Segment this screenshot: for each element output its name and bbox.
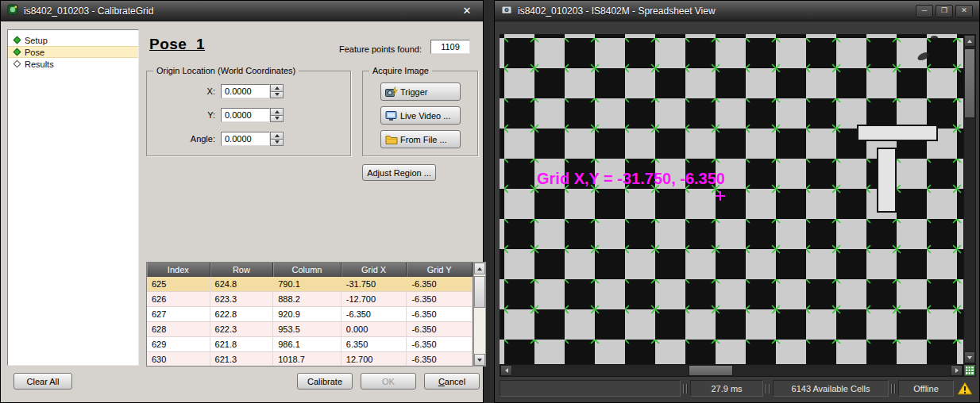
horizontal-scrollbar[interactable] (500, 364, 963, 377)
tree-item-label: Results (25, 59, 54, 69)
table-cell: -6.350 (407, 277, 473, 291)
column-header: Grid X (341, 263, 407, 277)
right-arrow-icon (955, 368, 959, 373)
diamond-icon (14, 48, 21, 56)
right-titlebar[interactable]: is8402_010203 - IS8402M - Spreadsheet Vi… (495, 1, 979, 21)
scroll-thumb[interactable] (474, 276, 485, 308)
maximize-button[interactable]: ❐ (936, 5, 953, 17)
clear-all-button[interactable]: Clear All (14, 373, 72, 390)
tree-item-pose[interactable]: Pose (8, 46, 138, 58)
feature-points-value[interactable]: 1109 (430, 40, 470, 54)
scroll-track[interactable] (964, 47, 975, 351)
table-scrollbar[interactable] (473, 262, 486, 367)
status-available-cells: 6143 Available Cells (773, 380, 889, 397)
up-arrow-icon (275, 86, 280, 90)
spreadsheet-view-app-icon (501, 4, 512, 17)
angle-spinner-up-button[interactable] (270, 132, 284, 140)
acquire-image-group: Acquire Image Trigger Live Video ... Fro… (362, 71, 478, 156)
scroll-left-button[interactable] (500, 365, 512, 376)
live-video-button[interactable]: Live Video ... (380, 106, 461, 125)
scroll-thumb[interactable] (964, 48, 975, 118)
table-row[interactable]: 629 621.8 986.1 6.350 -6.350 (147, 337, 473, 352)
table-row[interactable]: 625 624.8 790.1 -31.750 -6.350 (147, 277, 473, 292)
table-row[interactable]: 627 622.8 920.9 -6.350 -6.350 (147, 307, 473, 322)
feature-points-label: Feature points found: (339, 44, 422, 54)
scroll-down-button[interactable] (474, 354, 485, 366)
scroll-thumb[interactable] (689, 365, 733, 376)
vertical-scrollbar[interactable] (963, 34, 976, 364)
close-button[interactable]: ✕ (955, 5, 973, 17)
left-arrow-icon (505, 368, 508, 373)
adjust-region-button[interactable]: Adjust Region ... (362, 164, 436, 181)
table-cell: 1018.7 (273, 352, 341, 367)
left-close-button[interactable]: ✕ (457, 5, 476, 17)
fiducial-vertical-bar (877, 148, 897, 213)
from-file-button[interactable]: From File ... (380, 130, 461, 148)
scroll-down-button[interactable] (964, 351, 975, 363)
tree-item-setup[interactable]: Setup (8, 34, 138, 46)
adjust-region-button-label: Adjust Region ... (367, 168, 431, 178)
y-field-row: Y: 0.0000 (147, 108, 350, 122)
table-cell: -6.350 (407, 352, 473, 367)
up-arrow-icon (275, 134, 280, 137)
trigger-button[interactable]: Trigger (380, 83, 461, 101)
origin-location-group: Origin Location (World Coordinates) X: 0… (146, 71, 351, 156)
scroll-track[interactable] (512, 365, 951, 376)
angle-label: Angle: (147, 132, 215, 146)
diamond-hollow-icon (14, 60, 21, 68)
y-spinner-up-button[interactable] (270, 108, 284, 116)
image-viewport[interactable]: Grid X,Y = -31.750, -6.350 (500, 34, 963, 364)
scroll-right-button[interactable] (951, 365, 963, 376)
table-cell: -6.350 (407, 337, 473, 351)
table-cell: 623.3 (210, 292, 274, 306)
down-arrow-icon (275, 117, 280, 120)
image-smudge (931, 36, 938, 40)
down-arrow-icon (275, 93, 280, 96)
table-cell: 625 (147, 277, 210, 291)
table-cell: 986.1 (273, 337, 341, 351)
table-body: 625 624.8 790.1 -31.750 -6.350 626 623.3… (147, 277, 473, 367)
minimize-button[interactable]: ─ (916, 5, 933, 17)
x-spinner (270, 84, 284, 98)
angle-spinner-down-button[interactable] (270, 140, 284, 147)
cancel-button[interactable]: Cancel (424, 373, 480, 390)
tree-item-results[interactable]: Results (8, 58, 138, 70)
table-row[interactable]: 626 623.3 888.2 -12.700 -6.350 (147, 292, 473, 307)
table-row[interactable]: 628 622.3 953.5 0.000 -6.350 (147, 322, 473, 337)
table-cell: 627 (147, 307, 210, 321)
table-row[interactable]: 630 621.3 1018.7 12.700 -6.350 (147, 352, 473, 367)
ok-button-label: OK (382, 377, 395, 386)
table-cell: 626 (147, 292, 210, 306)
status-separator (681, 380, 690, 397)
table-cell: 0.000 (341, 322, 407, 336)
calibrategrid-app-icon (7, 4, 18, 17)
y-spinner-down-button[interactable] (270, 116, 284, 123)
calibrate-button[interactable]: Calibrate (297, 373, 353, 390)
trigger-button-label: Trigger (400, 87, 427, 97)
feature-points-table: Index Row Column Grid X Grid Y 625 624.8… (146, 262, 473, 367)
scroll-track[interactable] (474, 274, 485, 354)
status-segment-empty (500, 380, 681, 397)
origin-group-title: Origin Location (World Coordinates) (153, 66, 299, 75)
table-cell: -6.350 (407, 307, 473, 321)
table-cell: -6.350 (407, 322, 473, 336)
spreadsheet-toggle-button[interactable] (963, 364, 976, 377)
y-input[interactable]: 0.0000 (221, 108, 270, 122)
navigation-tree: Setup Pose Results (7, 29, 139, 366)
table-cell: 12.700 (341, 352, 407, 367)
cancel-button-label: Cancel (438, 377, 465, 386)
tree-item-label: Pose (25, 48, 44, 57)
scroll-up-button[interactable] (474, 263, 485, 274)
x-spinner-down-button[interactable] (270, 92, 284, 99)
x-spinner-up-button[interactable] (270, 84, 284, 92)
scroll-up-button[interactable] (964, 35, 975, 47)
angle-input[interactable]: 0.0000 (221, 132, 270, 146)
grid-point-marker (716, 191, 725, 201)
left-titlebar[interactable]: is8402_010203 - CalibrateGrid ✕ (1, 1, 483, 21)
up-arrow-icon (477, 267, 482, 271)
x-label: X: (147, 84, 215, 98)
table-cell: -12.700 (341, 292, 407, 306)
table-cell: 920.9 (273, 307, 341, 321)
down-arrow-icon (967, 356, 972, 359)
x-input[interactable]: 0.0000 (221, 84, 270, 98)
